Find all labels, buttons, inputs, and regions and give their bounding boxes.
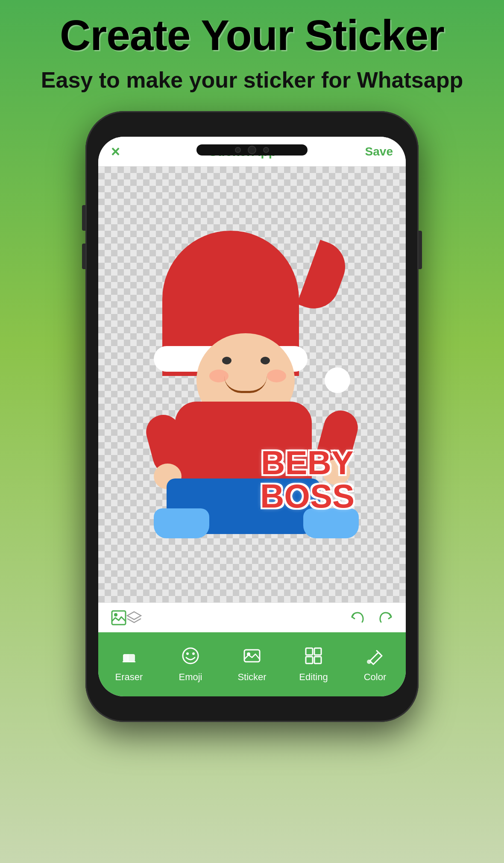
phone-mockup: × StickerApp Save	[85, 111, 419, 722]
side-button-power	[419, 231, 422, 269]
camera-bar	[196, 144, 308, 156]
undo-button[interactable]	[350, 610, 366, 625]
subtitle: Easy to make your sticker for Whatsapp	[9, 66, 495, 94]
eraser-icon	[120, 646, 138, 668]
undo-redo-group	[350, 610, 393, 625]
sticker-text-line1: BEBY	[260, 446, 355, 479]
side-button-vol-up	[82, 205, 85, 231]
sticker-icon	[243, 646, 261, 668]
svg-point-14	[367, 660, 371, 664]
emoji-label: Emoji	[179, 672, 202, 683]
main-title: Create Your Sticker	[9, 13, 495, 58]
editing-label: Editing	[299, 672, 328, 683]
hat-tip	[297, 240, 352, 316]
svg-point-1	[114, 613, 117, 616]
canvas-area[interactable]: BEBY BOSS	[98, 167, 406, 602]
svg-point-5	[183, 648, 198, 663]
svg-rect-12	[306, 657, 313, 663]
svg-point-6	[186, 652, 189, 655]
svg-point-7	[192, 652, 195, 655]
cheek-left	[209, 370, 229, 382]
eye-left	[222, 357, 231, 364]
eye-right	[261, 357, 270, 364]
eraser-label: Eraser	[115, 672, 143, 683]
close-button[interactable]: ×	[111, 143, 120, 161]
emoji-icon	[181, 646, 200, 668]
svg-rect-3	[123, 654, 128, 662]
color-label: Color	[364, 672, 387, 683]
camera-dot-sensor	[263, 147, 269, 153]
nav-item-emoji[interactable]: Emoji	[160, 646, 221, 683]
svg-rect-11	[314, 648, 321, 655]
hat-pompom	[325, 367, 350, 393]
phone-screen: × StickerApp Save	[98, 137, 406, 696]
cheek-right	[267, 370, 286, 382]
sticker-preview: BEBY BOSS	[141, 231, 363, 538]
color-icon	[366, 646, 384, 668]
sticker-text-line2: BOSS	[260, 479, 355, 513]
sticker-label: Sticker	[237, 672, 266, 683]
nav-item-color[interactable]: Color	[344, 646, 406, 683]
save-button[interactable]: Save	[365, 145, 393, 159]
header-section: Create Your Sticker Easy to make your st…	[0, 0, 504, 98]
camera-dot-small	[235, 147, 241, 153]
layers-button[interactable]	[126, 610, 142, 625]
svg-rect-10	[306, 648, 313, 655]
bottom-nav: Eraser Emoji	[98, 632, 406, 696]
redo-button[interactable]	[378, 610, 393, 625]
svg-rect-13	[314, 657, 321, 663]
nav-item-editing[interactable]: Editing	[283, 646, 344, 683]
camera-dot-main	[248, 146, 256, 154]
sticker-text: BEBY BOSS	[260, 446, 355, 513]
image-tool-button[interactable]	[111, 610, 126, 625]
shoe-left	[154, 508, 209, 538]
editing-icon	[304, 646, 323, 668]
nav-item-eraser[interactable]: Eraser	[98, 646, 160, 683]
toolbar-icons-row	[98, 602, 406, 632]
svg-rect-0	[112, 611, 126, 625]
side-button-vol-down	[82, 244, 85, 269]
phone-shell: × StickerApp Save	[85, 111, 419, 722]
nav-item-sticker[interactable]: Sticker	[221, 646, 283, 683]
